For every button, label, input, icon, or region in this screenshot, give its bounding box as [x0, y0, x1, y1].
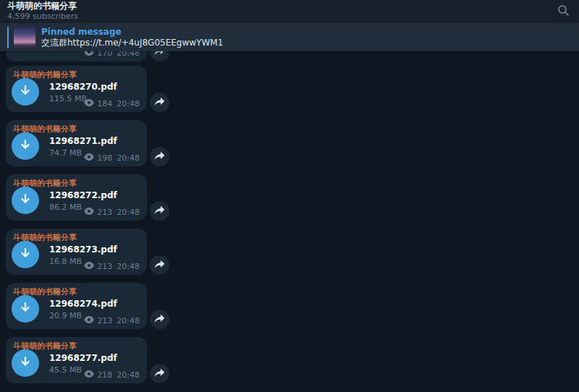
message-meta: 218 20:48: [84, 370, 140, 380]
message-time: 20:48: [117, 370, 140, 380]
forward-button[interactable]: [150, 364, 169, 383]
message-bubble[interactable]: 斗萌萌的书籍分享 12968271.pdf 74.7 MB: [6, 120, 147, 166]
message-bubble[interactable]: 170 20:48: [6, 51, 147, 61]
forward-button[interactable]: [150, 255, 169, 275]
file-name[interactable]: 12968271.pdf: [49, 136, 117, 146]
pinned-message-bar[interactable]: Pinned message 交流群https://t.me/+4uJ8G05E…: [0, 23, 579, 51]
message-meta: 184 20:48: [84, 99, 140, 108]
file-size: 16.8 MB: [49, 257, 82, 266]
forward-arrow-icon: [154, 367, 165, 380]
view-count: 218: [97, 370, 112, 380]
view-count: 213: [97, 316, 112, 325]
eye-icon: [84, 99, 94, 108]
chat-header-info[interactable]: 斗萌萌的书籍分享 4,599 subscribers: [7, 1, 78, 21]
pinned-accent-line: [7, 27, 9, 48]
message-row-partial: 170 20:48: [6, 51, 179, 61]
download-arrow-icon: [19, 84, 32, 100]
message-time: 20:48: [117, 262, 140, 271]
pinned-message-text: 交流群https://t.me/+4uJ8G05EEgwwYWM1: [41, 38, 223, 48]
file-name[interactable]: 12968270.pdf: [49, 82, 117, 92]
download-arrow-icon: [19, 138, 32, 154]
message-bubble[interactable]: 斗萌萌的书籍分享 12968273.pdf 16.8 MB: [6, 229, 147, 275]
message-row: 斗萌萌的书籍分享 12968271.pdf 74.7 MB: [6, 120, 179, 166]
download-button[interactable]: [12, 132, 39, 160]
forward-arrow-icon: [154, 51, 165, 59]
eye-icon: [84, 316, 94, 325]
message-time: 20:48: [117, 208, 140, 217]
chat-subscriber-count: 4,599 subscribers: [7, 12, 78, 22]
message-bubble[interactable]: 斗萌萌的书籍分享 12968277.pdf 45.5 MB: [6, 337, 147, 383]
eye-icon: [84, 153, 94, 163]
file-size: 86.2 MB: [49, 203, 82, 212]
download-arrow-icon: [19, 247, 32, 263]
message-row: 斗萌萌的书籍分享 12968270.pdf 115.5 MB: [6, 66, 179, 112]
forward-button[interactable]: [150, 147, 169, 166]
download-arrow-icon: [19, 355, 32, 371]
message-time: 20:48: [117, 51, 140, 58]
message-bubble[interactable]: 斗萌萌的书籍分享 12968270.pdf 115.5 MB: [6, 66, 147, 112]
message-time: 20:48: [117, 153, 140, 163]
file-size: 115.5 MB: [49, 94, 87, 103]
message-meta: 213 20:48: [84, 208, 140, 217]
download-button[interactable]: [12, 241, 39, 268]
message-time: 20:48: [117, 99, 140, 108]
message-time: 20:48: [117, 316, 140, 325]
eye-icon: [84, 51, 94, 58]
file-size: 45.5 MB: [49, 365, 82, 375]
message-row: 斗萌萌的书籍分享 12968273.pdf 16.8 MB: [6, 229, 179, 275]
file-name[interactable]: 12968277.pdf: [49, 353, 117, 363]
pinned-message-texts: Pinned message 交流群https://t.me/+4uJ8G05E…: [41, 27, 223, 48]
forward-arrow-icon: [154, 312, 165, 326]
file-name[interactable]: 12968273.pdf: [49, 244, 117, 255]
download-button[interactable]: [12, 295, 39, 323]
forward-arrow-icon: [154, 150, 165, 163]
file-size: 20.9 MB: [49, 311, 82, 320]
forward-arrow-icon: [154, 204, 165, 218]
download-arrow-icon: [19, 301, 32, 317]
message-row: 斗萌萌的书籍分享 12968277.pdf 45.5 MB: [6, 337, 179, 383]
pinned-message-thumbnail: [14, 27, 35, 48]
message-bubble[interactable]: 斗萌萌的书籍分享 12968272.pdf 86.2 MB: [6, 174, 147, 221]
view-count: 170: [97, 51, 112, 58]
chat-header[interactable]: 斗萌萌的书籍分享 4,599 subscribers: [0, 0, 579, 23]
view-count: 198: [97, 153, 112, 163]
message-row: 斗萌萌的书籍分享 12968274.pdf 20.9 MB: [6, 283, 179, 329]
message-meta: 213 20:48: [84, 316, 140, 325]
eye-icon: [84, 208, 94, 217]
view-count: 213: [97, 262, 112, 271]
eye-icon: [84, 370, 94, 380]
file-name[interactable]: 12968272.pdf: [49, 190, 117, 200]
forward-button[interactable]: [150, 201, 169, 221]
search-button[interactable]: [554, 3, 572, 20]
pinned-message-label: Pinned message: [41, 27, 223, 37]
telegram-channel-view: 斗萌萌的书籍分享 4,599 subscribers Pinned messag…: [0, 0, 579, 392]
download-button[interactable]: [12, 349, 39, 377]
file-size: 74.7 MB: [49, 148, 82, 158]
forward-button[interactable]: [150, 310, 169, 329]
eye-icon: [84, 262, 94, 271]
message-list[interactable]: 170 20:48 斗萌萌的书籍分享: [0, 51, 579, 392]
message-bubble[interactable]: 斗萌萌的书籍分享 12968274.pdf 20.9 MB: [6, 283, 147, 329]
view-count: 213: [97, 208, 112, 217]
forward-arrow-icon: [154, 258, 165, 272]
view-count: 184: [97, 99, 112, 108]
search-icon: [557, 4, 570, 20]
forward-button[interactable]: [150, 51, 169, 61]
forward-button[interactable]: [150, 93, 169, 112]
download-button[interactable]: [12, 187, 39, 214]
forward-arrow-icon: [154, 95, 165, 109]
chat-title: 斗萌萌的书籍分享: [7, 1, 78, 12]
download-arrow-icon: [19, 192, 32, 208]
message-meta: 198 20:48: [84, 153, 140, 163]
message-row: 斗萌萌的书籍分享 12968272.pdf 86.2 MB: [6, 174, 179, 221]
message-meta: 170 20:48: [84, 51, 140, 58]
message-meta: 213 20:48: [84, 262, 140, 271]
download-button[interactable]: [12, 78, 39, 106]
file-name[interactable]: 12968274.pdf: [49, 299, 117, 309]
